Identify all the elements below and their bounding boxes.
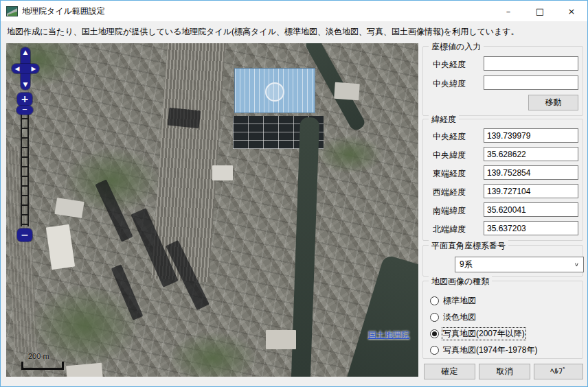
chevron-down-icon: ∨ — [574, 261, 579, 268]
map-building — [66, 363, 103, 377]
zoom-out-button[interactable]: − — [17, 228, 32, 242]
maximize-button[interactable]: □ — [524, 1, 556, 21]
map-building — [334, 82, 360, 100]
zoom-slider-handle[interactable]: − — [16, 106, 33, 115]
radio-label: 写真地図(1974年-1978年) — [442, 344, 538, 356]
map-building — [266, 330, 296, 349]
center-longitude-field[interactable] — [484, 128, 578, 143]
zoom-in-button[interactable]: + — [17, 93, 32, 106]
window-title: 地理院タイル範囲設定 — [22, 5, 105, 17]
radio-icon[interactable] — [430, 346, 439, 355]
group-title: 平面直角座標系番号 — [429, 240, 508, 252]
radio-pale-map[interactable]: 淡色地図 — [430, 312, 477, 322]
radio-icon[interactable] — [430, 329, 439, 338]
map-scale-bar: 200 m — [21, 353, 65, 370]
group-map-type: 地図画像の種類 標準地図 淡色地図 写真地図(2007年以降) 写真地図(197… — [422, 281, 583, 359]
center-latitude-label: 中央緯度 — [433, 150, 466, 161]
attribution-link[interactable]: 国土地理院 — [368, 329, 409, 341]
map-park-area — [168, 331, 258, 377]
map-bay-water — [343, 254, 418, 377]
radio-icon[interactable] — [430, 313, 439, 322]
west-longitude-label: 西端経度 — [433, 187, 466, 198]
map-park-area — [317, 135, 383, 174]
coordinate-system-value: 9系 — [460, 259, 473, 270]
map-building — [54, 198, 84, 218]
radio-label: 淡色地図 — [442, 312, 477, 323]
center-longitude-label: 中央経度 — [433, 131, 466, 143]
cancel-button[interactable]: 取消 — [479, 364, 530, 379]
radio-label: 写真地図(2007年以降) — [442, 328, 525, 340]
east-longitude-field[interactable] — [484, 165, 578, 180]
zoom-slider-track[interactable] — [21, 108, 29, 226]
center-longitude-input-label: 中央経度 — [433, 59, 466, 71]
radio-standard-map[interactable]: 標準地図 — [430, 295, 477, 306]
group-title: 座標値の入力 — [429, 41, 484, 53]
settings-panel: 座標値の入力 中央経度 中央緯度 移動 緯経度 中央経度 中央緯度 東端経度 西… — [421, 43, 585, 382]
north-latitude-label: 北端緯度 — [433, 224, 466, 235]
center-latitude-field[interactable] — [484, 147, 578, 161]
group-latlon: 緯経度 中央経度 中央緯度 東端経度 西端経度 南端緯度 北端緯度 — [422, 119, 583, 241]
window-controls: – □ × — [493, 1, 587, 21]
map-blue-roof-facility — [234, 68, 315, 113]
radio-photo-map-2007[interactable]: 写真地図(2007年以降) — [430, 328, 525, 339]
title-bar[interactable]: 地理院タイル範囲設定 – □ × — [1, 1, 587, 21]
scale-label: 200 m — [28, 352, 49, 360]
map-building — [212, 165, 233, 180]
center-longitude-input[interactable] — [484, 56, 578, 71]
minimize-button[interactable]: – — [493, 1, 524, 21]
radio-label: 標準地図 — [442, 295, 477, 307]
group-coordinate-input: 座標値の入力 中央経度 中央緯度 移動 — [422, 46, 583, 116]
west-longitude-field[interactable] — [484, 184, 578, 198]
center-latitude-input[interactable] — [484, 75, 578, 90]
pan-control: ▲ ▼ ◀ ▶ — [10, 47, 41, 90]
move-button[interactable]: 移動 — [528, 95, 578, 110]
satellite-map-viewport[interactable]: ▲ ▼ ◀ ▶ + − − 200 m 国土地理院 — [6, 43, 418, 377]
pan-down-arrow-icon[interactable]: ▼ — [21, 82, 30, 88]
group-coordinate-system: 平面直角座標系番号 9系 ∨ — [422, 245, 583, 277]
dialog-window: 地理院タイル範囲設定 – □ × 地図作成に当たり、国土地理院が提供している地理… — [0, 0, 588, 387]
pan-left-arrow-icon[interactable]: ◀ — [13, 66, 21, 72]
coordinate-system-select[interactable]: 9系 ∨ — [455, 257, 584, 272]
radio-photo-map-1974[interactable]: 写真地図(1974年-1978年) — [430, 344, 538, 355]
help-button[interactable]: ﾍﾙﾌﾟ — [534, 364, 583, 379]
south-latitude-label: 南端緯度 — [433, 205, 466, 217]
group-title: 緯経度 — [429, 114, 459, 126]
group-title: 地図画像の種類 — [429, 276, 492, 288]
usage-description: 地図作成に当たり、国土地理院が提供している地理院タイル(標高タイル、標準地図、淡… — [7, 26, 584, 38]
east-longitude-label: 東端経度 — [433, 168, 466, 180]
app-map-icon — [6, 6, 18, 16]
pan-up-arrow-icon[interactable]: ▲ — [21, 49, 30, 56]
pan-right-arrow-icon[interactable]: ▶ — [30, 66, 38, 72]
map-building-shadow — [168, 108, 201, 129]
north-latitude-field[interactable] — [484, 221, 578, 235]
close-button[interactable]: × — [556, 1, 587, 21]
radio-icon[interactable] — [430, 296, 439, 305]
south-latitude-field[interactable] — [484, 202, 578, 217]
confirm-button[interactable]: 確定 — [424, 364, 475, 379]
map-white-building — [46, 224, 75, 270]
scale-bracket — [21, 362, 64, 370]
center-latitude-input-label: 中央緯度 — [433, 78, 466, 90]
